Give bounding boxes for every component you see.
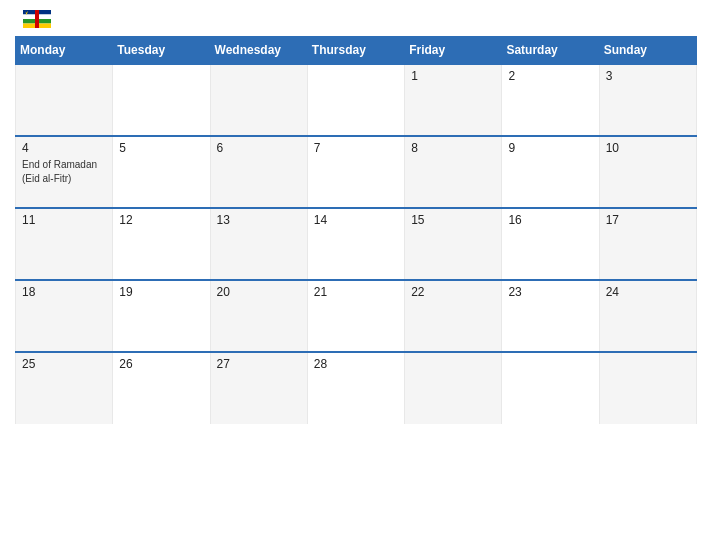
day-number: 13	[217, 213, 301, 227]
svg-rect-4	[35, 10, 39, 28]
day-number: 8	[411, 141, 495, 155]
calendar-cell	[16, 64, 113, 136]
calendar-cell: 12	[113, 208, 210, 280]
day-number: 18	[22, 285, 106, 299]
calendar-wrapper: MondayTuesdayWednesdayThursdayFridaySatu…	[0, 0, 712, 550]
weekday-header-sunday: Sunday	[599, 37, 696, 65]
weekday-header-tuesday: Tuesday	[113, 37, 210, 65]
day-number: 27	[217, 357, 301, 371]
day-number: 6	[217, 141, 301, 155]
calendar-cell: 6	[210, 136, 307, 208]
day-number: 16	[508, 213, 592, 227]
logo-flag-icon	[23, 10, 51, 28]
calendar-cell: 28	[307, 352, 404, 424]
day-number: 26	[119, 357, 203, 371]
calendar-cell: 10	[599, 136, 696, 208]
calendar-cell: 26	[113, 352, 210, 424]
calendar-cell: 22	[405, 280, 502, 352]
day-event: End of Ramadan (Eid al-Fitr)	[22, 159, 97, 184]
calendar-cell: 5	[113, 136, 210, 208]
calendar-body: 1234End of Ramadan (Eid al-Fitr)56789101…	[16, 64, 697, 424]
calendar-cell: 17	[599, 208, 696, 280]
day-number: 10	[606, 141, 690, 155]
calendar-cell	[599, 352, 696, 424]
calendar-week-row: 11121314151617	[16, 208, 697, 280]
calendar-cell: 11	[16, 208, 113, 280]
weekday-header-wednesday: Wednesday	[210, 37, 307, 65]
day-number: 11	[22, 213, 106, 227]
calendar-week-row: 18192021222324	[16, 280, 697, 352]
calendar-cell: 13	[210, 208, 307, 280]
calendar-cell: 24	[599, 280, 696, 352]
calendar-cell: 21	[307, 280, 404, 352]
weekday-header-monday: Monday	[16, 37, 113, 65]
day-number: 22	[411, 285, 495, 299]
day-number: 24	[606, 285, 690, 299]
calendar-cell: 20	[210, 280, 307, 352]
day-number: 1	[411, 69, 495, 83]
calendar-cell: 1	[405, 64, 502, 136]
calendar-cell: 4End of Ramadan (Eid al-Fitr)	[16, 136, 113, 208]
calendar-week-row: 4End of Ramadan (Eid al-Fitr)5678910	[16, 136, 697, 208]
day-number: 17	[606, 213, 690, 227]
day-number: 19	[119, 285, 203, 299]
calendar-cell: 16	[502, 208, 599, 280]
day-number: 7	[314, 141, 398, 155]
calendar-header	[15, 10, 697, 28]
calendar-cell	[210, 64, 307, 136]
calendar-cell: 14	[307, 208, 404, 280]
weekday-header-saturday: Saturday	[502, 37, 599, 65]
calendar-cell: 27	[210, 352, 307, 424]
day-number: 5	[119, 141, 203, 155]
day-number: 28	[314, 357, 398, 371]
weekday-header-friday: Friday	[405, 37, 502, 65]
day-number: 21	[314, 285, 398, 299]
calendar-cell: 2	[502, 64, 599, 136]
logo-line	[20, 10, 51, 28]
day-number: 4	[22, 141, 106, 155]
day-number: 23	[508, 285, 592, 299]
day-number: 9	[508, 141, 592, 155]
calendar-cell: 19	[113, 280, 210, 352]
day-number: 2	[508, 69, 592, 83]
calendar-cell: 7	[307, 136, 404, 208]
calendar-cell	[405, 352, 502, 424]
calendar-cell: 9	[502, 136, 599, 208]
day-number: 20	[217, 285, 301, 299]
calendar-week-row: 25262728	[16, 352, 697, 424]
calendar-cell: 3	[599, 64, 696, 136]
day-number: 15	[411, 213, 495, 227]
day-number: 12	[119, 213, 203, 227]
calendar-cell: 8	[405, 136, 502, 208]
logo-area	[20, 10, 51, 28]
calendar-cell: 23	[502, 280, 599, 352]
day-number: 14	[314, 213, 398, 227]
weekday-header-thursday: Thursday	[307, 37, 404, 65]
day-number: 3	[606, 69, 690, 83]
calendar-cell: 25	[16, 352, 113, 424]
calendar-cell	[502, 352, 599, 424]
weekday-header-row: MondayTuesdayWednesdayThursdayFridaySatu…	[16, 37, 697, 65]
calendar-cell: 15	[405, 208, 502, 280]
calendar-cell: 18	[16, 280, 113, 352]
calendar-cell	[307, 64, 404, 136]
calendar-cell	[113, 64, 210, 136]
calendar-week-row: 123	[16, 64, 697, 136]
calendar-table: MondayTuesdayWednesdayThursdayFridaySatu…	[15, 36, 697, 424]
day-number: 25	[22, 357, 106, 371]
